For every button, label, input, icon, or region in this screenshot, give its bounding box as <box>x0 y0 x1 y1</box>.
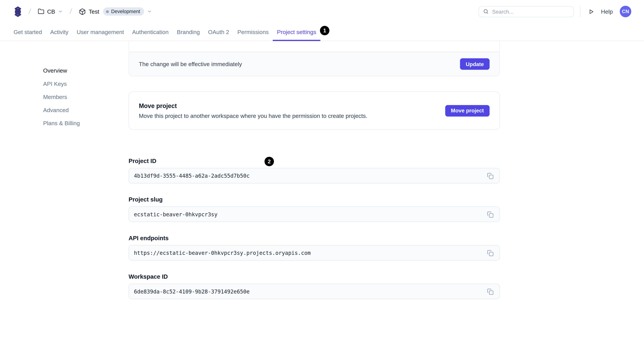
package-icon <box>79 8 86 15</box>
annotation-badge-2: 2 <box>264 157 274 166</box>
move-project-title: Move project <box>139 102 367 109</box>
header-actions: Help CN <box>478 6 631 17</box>
tab-permissions[interactable]: Permissions <box>233 23 273 41</box>
project-id-input: 4b13df9d-3555-4485-a62a-2adc55d7b50c <box>128 168 500 183</box>
field-workspace-id: Workspace ID 6de839da-8c52-4109-9b28-379… <box>128 273 500 299</box>
field-label: Workspace ID <box>128 273 500 281</box>
play-icon[interactable] <box>586 7 596 16</box>
api-endpoints-value: https://ecstatic-beaver-0hkvpcr3sy.proje… <box>134 250 486 256</box>
sidebar-item-plans-billing[interactable]: Plans & Billing <box>43 119 128 127</box>
tab-oauth2[interactable]: OAuth 2 <box>204 23 233 41</box>
breadcrumb-separator: / <box>70 7 72 15</box>
environment-dot-icon <box>106 10 109 13</box>
move-project-card: Move project Move this project to anothe… <box>128 91 500 130</box>
tab-authentication[interactable]: Authentication <box>128 23 173 41</box>
workspace-name: CB <box>47 8 55 15</box>
sidebar-item-advanced[interactable]: Advanced <box>43 106 128 114</box>
sidebar: Overview API Keys Members Advanced Plans… <box>0 41 128 311</box>
environment-label: Development <box>111 9 140 14</box>
tab-branding[interactable]: Branding <box>173 23 204 41</box>
project-id-value: 4b13df9d-3555-4485-a62a-2adc55d7b50c <box>134 173 486 179</box>
update-button[interactable]: Update <box>460 58 490 70</box>
project-slug-input: ecstatic-beaver-0hkvpcr3sy <box>128 206 500 222</box>
avatar[interactable]: CN <box>620 6 631 17</box>
tab-user-management[interactable]: User management <box>72 23 128 41</box>
api-endpoints-input: https://ecstatic-beaver-0hkvpcr3sy.proje… <box>128 245 500 261</box>
field-label: API endpoints <box>128 234 500 242</box>
content: Overview API Keys Members Advanced Plans… <box>0 41 644 311</box>
update-message: The change will be effective immediately <box>139 61 242 67</box>
project-name: Test <box>89 8 99 15</box>
header-divider <box>580 6 580 17</box>
breadcrumb: / CB / Te <box>14 6 152 17</box>
update-card-footer: The change will be effective immediately… <box>129 52 500 76</box>
move-project-description: Move this project to another workspace w… <box>139 112 367 119</box>
copy-icon[interactable] <box>486 249 494 257</box>
workspace-id-value: 6de839da-8c52-4109-9b28-3791492e650e <box>134 288 486 295</box>
chevron-down-icon <box>147 9 152 14</box>
field-project-slug: Project slug ecstatic-beaver-0hkvpcr3sy <box>128 195 500 222</box>
project-fields: Project ID 4b13df9d-3555-4485-a62a-2adc5… <box>128 157 500 299</box>
tab-activity[interactable]: Activity <box>46 23 72 41</box>
move-project-button[interactable]: Move project <box>445 105 490 116</box>
chevron-down-icon <box>58 9 63 14</box>
environment-badge: Development <box>103 7 144 15</box>
project-slug-value: ecstatic-beaver-0hkvpcr3sy <box>134 211 486 217</box>
move-project-text: Move project Move this project to anothe… <box>139 102 367 119</box>
tab-get-started[interactable]: Get started <box>10 23 46 41</box>
folder-icon <box>38 8 44 15</box>
field-api-endpoints: API endpoints https://ecstatic-beaver-0h… <box>128 234 500 261</box>
search-input[interactable] <box>492 8 569 14</box>
sidebar-item-overview[interactable]: Overview <box>43 66 128 75</box>
field-label: Project ID <box>128 157 500 165</box>
page: / CB / Te <box>0 0 644 341</box>
copy-icon[interactable] <box>486 171 494 180</box>
settings-main: The change will be effective immediately… <box>128 41 500 311</box>
help-link[interactable]: Help <box>601 8 613 15</box>
update-card-body <box>129 41 500 52</box>
search-box[interactable] <box>478 6 574 17</box>
sidebar-item-api-keys[interactable]: API Keys <box>43 79 128 88</box>
search-icon <box>483 9 489 14</box>
tab-project-settings[interactable]: Project settings <box>273 23 320 41</box>
annotation-badge-1: 1 <box>320 26 329 35</box>
update-card: The change will be effective immediately… <box>128 41 500 76</box>
breadcrumb-separator: / <box>28 7 31 15</box>
sidebar-item-members[interactable]: Members <box>43 93 128 101</box>
workspace-switcher[interactable]: CB <box>38 8 63 15</box>
field-label: Project slug <box>128 195 500 204</box>
copy-icon[interactable] <box>486 210 494 219</box>
ory-console-logo-icon[interactable] <box>14 6 22 17</box>
project-switcher[interactable]: Test Development <box>79 7 152 15</box>
field-project-id: Project ID 4b13df9d-3555-4485-a62a-2adc5… <box>128 157 500 183</box>
app-header: / CB / Te <box>0 0 644 23</box>
copy-icon[interactable] <box>486 287 494 296</box>
workspace-id-input: 6de839da-8c52-4109-9b28-3791492e650e <box>128 284 500 299</box>
